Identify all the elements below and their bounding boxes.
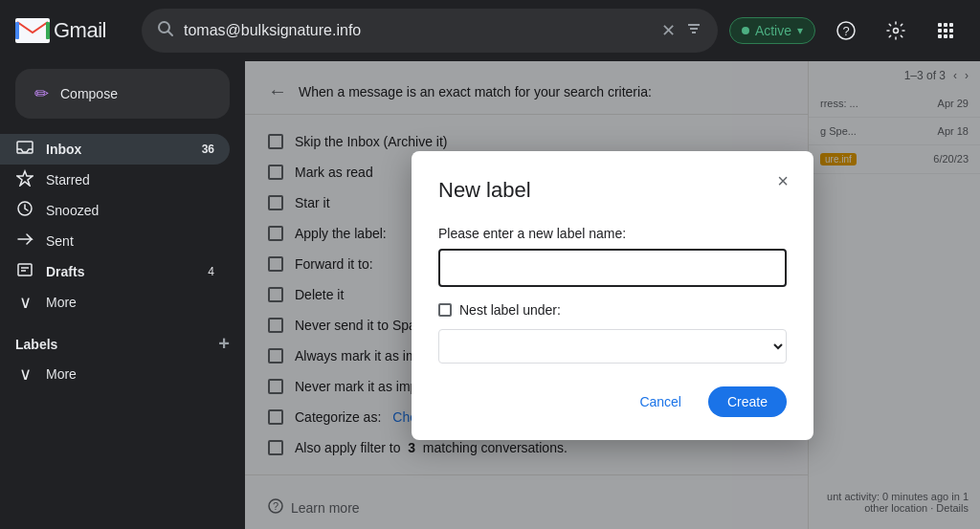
drafts-label: Drafts <box>46 264 196 279</box>
apps-button[interactable] <box>926 11 965 50</box>
create-button[interactable]: Create <box>708 386 787 417</box>
active-status-badge[interactable]: Active ▾ <box>729 17 815 44</box>
svg-line-4 <box>168 31 173 35</box>
nest-label-select[interactable] <box>438 329 787 364</box>
search-clear-button[interactable]: ✕ <box>661 20 676 41</box>
label-name-input[interactable] <box>438 249 787 287</box>
search-filter-icon[interactable] <box>685 20 702 42</box>
sidebar-item-snoozed[interactable]: Snoozed <box>0 195 230 226</box>
more-labels-label: More <box>46 366 214 382</box>
new-label-modal: New label × Please enter a new label nam… <box>412 151 813 440</box>
svg-rect-13 <box>949 23 953 27</box>
snoozed-label: Snoozed <box>46 203 214 218</box>
svg-point-10 <box>894 29 899 33</box>
drafts-icon <box>15 261 34 283</box>
svg-marker-21 <box>17 171 33 186</box>
sent-label: Sent <box>46 233 214 249</box>
snoozed-icon <box>15 200 34 222</box>
more-expand-icon: ∨ <box>15 292 34 313</box>
nest-label-row: Nest label under: <box>438 302 787 318</box>
more-labels-icon: ∨ <box>15 364 34 385</box>
compose-pen-icon: ✏ <box>34 83 49 104</box>
svg-rect-15 <box>944 29 947 33</box>
search-icon <box>157 20 174 42</box>
modal-actions: Cancel Create <box>438 386 787 417</box>
modal-close-button[interactable]: × <box>768 166 798 197</box>
app-header: Gmail tomas@bulksignature.info ✕ Active … <box>0 0 980 61</box>
svg-rect-17 <box>938 34 942 38</box>
sidebar-item-drafts[interactable]: Drafts 4 <box>0 256 230 287</box>
svg-rect-12 <box>944 23 947 27</box>
compose-button[interactable]: ✏ Compose <box>15 69 230 119</box>
sidebar-item-inbox[interactable]: Inbox 36 <box>0 134 230 165</box>
modal-title: New label <box>438 178 787 203</box>
nest-label-checkbox[interactable] <box>438 303 452 317</box>
svg-rect-14 <box>938 29 942 33</box>
drafts-count: 4 <box>208 265 214 278</box>
search-value: tomas@bulksignature.info <box>184 22 652 39</box>
svg-text:?: ? <box>842 24 849 38</box>
modal-overlay: New label × Please enter a new label nam… <box>245 61 980 529</box>
svg-rect-19 <box>949 34 953 38</box>
sidebar-item-more-labels[interactable]: ∨ More <box>0 359 230 389</box>
sidebar: ✏ Compose Inbox 36 Starred <box>0 61 245 529</box>
sidebar-item-starred[interactable]: Starred <box>0 165 230 195</box>
cancel-button[interactable]: Cancel <box>624 386 697 417</box>
compose-label: Compose <box>60 86 118 101</box>
main-layout: ✏ Compose Inbox 36 Starred <box>0 61 980 529</box>
content-area: ← When a message is an exact match for y… <box>245 61 980 529</box>
svg-rect-23 <box>18 264 32 276</box>
svg-rect-11 <box>938 23 942 27</box>
sidebar-item-more[interactable]: ∨ More <box>0 287 230 318</box>
inbox-label: Inbox <box>46 142 190 157</box>
inbox-count: 36 <box>202 143 214 156</box>
gmail-logo: Gmail <box>15 18 130 43</box>
starred-icon <box>15 169 34 191</box>
sent-icon <box>15 231 34 253</box>
svg-rect-18 <box>944 34 947 38</box>
labels-section: Labels + <box>0 329 245 359</box>
inbox-icon <box>15 139 34 161</box>
nest-label-text: Nest label under: <box>459 302 561 318</box>
svg-rect-16 <box>949 29 953 33</box>
header-right: Active ▾ ? <box>729 11 965 50</box>
gmail-logo-text: Gmail <box>54 18 106 43</box>
add-label-button[interactable]: + <box>218 333 230 355</box>
svg-rect-20 <box>17 142 33 153</box>
modal-name-label: Please enter a new label name: <box>438 226 787 241</box>
help-button[interactable]: ? <box>827 11 865 50</box>
active-chevron-icon: ▾ <box>797 24 803 37</box>
labels-title: Labels <box>15 337 57 352</box>
settings-button[interactable] <box>877 11 915 50</box>
active-label: Active <box>755 23 791 38</box>
starred-label: Starred <box>46 172 214 187</box>
more-label: More <box>46 295 214 310</box>
active-dot <box>742 27 749 34</box>
search-bar[interactable]: tomas@bulksignature.info ✕ <box>142 9 718 53</box>
sidebar-item-sent[interactable]: Sent <box>0 226 230 256</box>
